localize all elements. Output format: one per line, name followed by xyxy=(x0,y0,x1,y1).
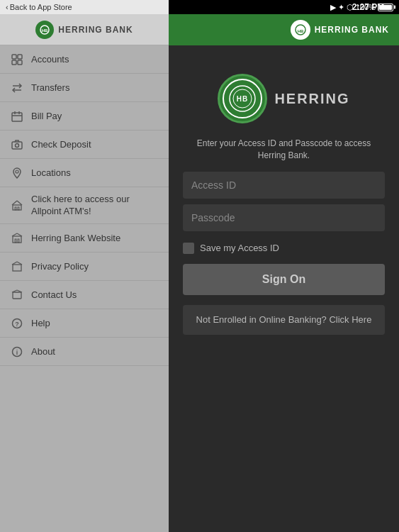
transfer-icon xyxy=(10,81,24,95)
contact-icon xyxy=(10,288,24,302)
svg-text:?: ? xyxy=(15,321,19,328)
main-logo-icon: HB xyxy=(295,24,306,35)
svg-point-14 xyxy=(16,170,18,173)
sidebar-item-contact-us[interactable]: Contact Us xyxy=(0,281,169,309)
pin-icon xyxy=(10,166,24,180)
back-to-app-store-bar[interactable]: ‹ Back to App Store xyxy=(0,0,169,14)
sidebar-item-transfers[interactable]: Transfers xyxy=(0,74,169,102)
about-label: About xyxy=(31,346,55,357)
main-logo-area: HB HERRING BANK xyxy=(291,20,389,40)
check-deposit-label: Check Deposit xyxy=(31,139,91,150)
main-top-bar: HB HERRING BANK xyxy=(169,14,399,45)
sidebar-item-help[interactable]: ? Help xyxy=(0,309,169,338)
svg-rect-28 xyxy=(13,292,21,299)
svg-rect-8 xyxy=(12,113,22,121)
save-access-id-row: Save my Access ID xyxy=(183,243,385,254)
back-to-app-store-label: Back to App Store xyxy=(10,3,72,11)
sidebar-item-bill-pay[interactable]: Bill Pay xyxy=(0,102,169,131)
sidebar-bank-name-label: HERRING BANK xyxy=(58,25,133,35)
svg-line-17 xyxy=(17,201,22,205)
main-logo-circle: HB xyxy=(291,20,310,40)
question-icon: ? xyxy=(10,316,24,331)
svg-text:HB: HB xyxy=(297,29,303,33)
svg-rect-5 xyxy=(18,60,22,65)
sidebar-menu: Accounts Transfers xyxy=(0,45,169,366)
svg-line-16 xyxy=(12,201,17,205)
herring-bank-logo-icon: HB xyxy=(40,25,50,35)
svg-rect-20 xyxy=(13,236,21,243)
login-description: Enter your Access ID and Passcode to acc… xyxy=(183,138,385,162)
svg-rect-23 xyxy=(15,239,16,243)
battery-icon xyxy=(378,4,393,11)
sidebar-item-accounts[interactable]: Accounts xyxy=(0,45,169,74)
signal-icon: ▶ xyxy=(330,3,336,12)
info-icon: i xyxy=(10,345,24,359)
privacy-icon xyxy=(10,260,24,274)
passcode-input[interactable] xyxy=(183,204,385,231)
svg-text:i: i xyxy=(16,349,18,356)
bank-website-icon xyxy=(10,231,24,245)
sidebar-item-privacy-policy[interactable]: Privacy Policy xyxy=(0,253,169,281)
sidebar-header: HB HERRING BANK xyxy=(0,14,169,45)
save-access-id-checkbox[interactable] xyxy=(183,243,194,254)
sidebar-item-herring-website[interactable]: Herring Bank Website xyxy=(0,224,169,253)
svg-rect-25 xyxy=(13,265,21,271)
sidebar-item-allpoint-atm[interactable]: Click here to access our Allpoint ATM's! xyxy=(0,187,169,224)
wifi-icon: ✦ xyxy=(338,3,344,12)
svg-rect-3 xyxy=(18,55,22,59)
back-chevron-icon: ‹ xyxy=(6,3,9,11)
login-area: Enter your Access ID and Passcode to acc… xyxy=(169,138,399,335)
svg-text:HB: HB xyxy=(237,95,248,103)
sidebar-item-locations[interactable]: Locations xyxy=(0,159,169,187)
bank-building-icon xyxy=(10,199,24,213)
access-id-input[interactable] xyxy=(183,172,385,199)
help-label: Help xyxy=(31,318,50,328)
calendar-icon xyxy=(10,109,24,123)
main-logo-section: HB HERRING xyxy=(218,74,349,123)
herring-bank-seal-icon: HB xyxy=(228,84,257,113)
contact-us-label: Contact Us xyxy=(31,289,77,300)
bank-name-partial-label: HERRING xyxy=(274,91,349,107)
sidebar-item-check-deposit[interactable]: Check Deposit xyxy=(0,131,169,159)
enroll-button[interactable]: Not Enrolled in Online Banking? Click He… xyxy=(183,305,385,335)
svg-text:HB: HB xyxy=(42,28,48,33)
accounts-label: Accounts xyxy=(31,54,69,65)
locations-label: Locations xyxy=(31,167,71,178)
privacy-policy-label: Privacy Policy xyxy=(31,261,89,272)
status-icons: ▶ ✦ 2:27 PM ⬡ 100% xyxy=(330,3,393,12)
bill-pay-label: Bill Pay xyxy=(31,111,62,121)
sign-on-button[interactable]: Sign On xyxy=(183,264,385,295)
herring-bank-big-logo-inner: HB xyxy=(223,79,262,118)
svg-point-13 xyxy=(16,143,19,147)
svg-rect-15 xyxy=(13,205,21,210)
transfers-label: Transfers xyxy=(31,82,69,93)
svg-rect-24 xyxy=(18,239,19,243)
svg-rect-12 xyxy=(12,142,22,149)
sidebar-logo: HB xyxy=(35,21,54,39)
svg-rect-4 xyxy=(12,60,16,65)
allpoint-atm-label: Click here to access our Allpoint ATM's! xyxy=(31,194,159,218)
herring-website-label: Herring Bank Website xyxy=(31,233,120,243)
herring-bank-big-logo: HB xyxy=(218,74,267,123)
status-bar-main: ▶ ✦ 2:27 PM ⬡ 100% xyxy=(169,0,399,14)
main-content: HB HERRING BANK HB HERRING Enter your Ac… xyxy=(169,14,399,532)
sidebar-item-about[interactable]: i About xyxy=(0,338,169,366)
camera-icon xyxy=(10,138,24,152)
sidebar: HB HERRING BANK Accounts xyxy=(0,14,169,532)
save-access-id-label: Save my Access ID xyxy=(200,243,279,253)
svg-rect-2 xyxy=(12,55,16,59)
main-bank-name-label: HERRING BANK xyxy=(315,25,389,35)
grid-icon xyxy=(10,52,24,67)
